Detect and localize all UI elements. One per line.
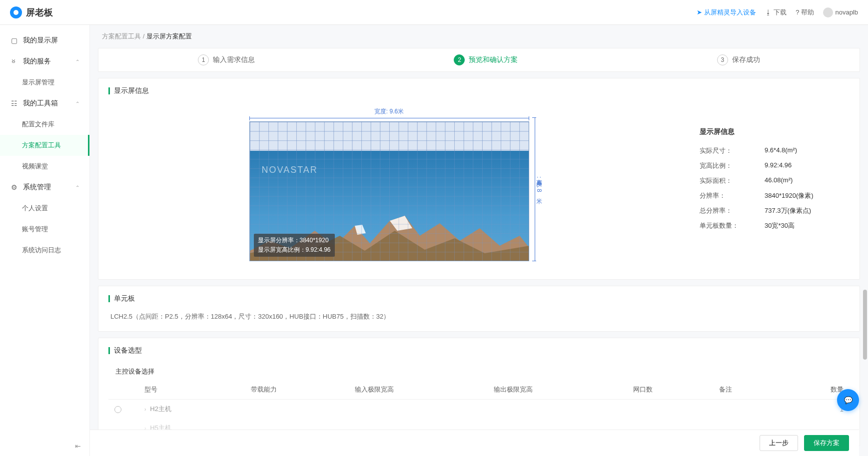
scroll-thumb[interactable] (863, 290, 867, 360)
prev-button[interactable]: 上一步 (760, 435, 798, 451)
col-capacity: 带载能力 (245, 380, 349, 400)
sidebar-label: 视频课堂 (22, 162, 48, 171)
meta-key: 总分辨率： (700, 206, 765, 215)
import-link[interactable]: ➤ 从屏精灵导入设备 (697, 8, 756, 17)
bird-icon: ➤ (697, 8, 702, 16)
screen-info-panel: 显示屏信息 宽度: 9.6米 NOV (98, 78, 860, 280)
panel-title-text: 设备选型 (114, 346, 142, 355)
user-icon: ఠ (10, 57, 18, 65)
sidebar-item-personal[interactable]: 个人设置 (0, 198, 89, 219)
sidebar-item-account[interactable]: 账号管理 (0, 219, 89, 240)
meta-val: 46.08(m²) (765, 176, 793, 185)
device-subtitle: 主控设备选择 (108, 362, 850, 380)
help-link[interactable]: ? 帮助 (796, 8, 814, 17)
panel-title: 单元板 (108, 294, 850, 303)
step-number: 3 (717, 54, 728, 65)
sidebar-label: 配置文件库 (22, 120, 54, 129)
radio-icon[interactable] (114, 406, 121, 413)
chevron-up-icon: ⌃ (75, 101, 79, 106)
header-actions: ➤ 从屏精灵导入设备 ⭳ 下载 ? 帮助 novaplb (697, 7, 858, 17)
sidebar-label: 显示屏管理 (22, 78, 54, 87)
panel-title-text: 显示屏信息 (114, 86, 149, 95)
chevron-up-icon: ⌃ (75, 185, 79, 190)
footer-bar: 上一步 保存方案 (90, 430, 859, 456)
step-label: 预览和确认方案 (469, 55, 518, 64)
monitor-icon: ▢ (10, 36, 18, 44)
meta-row: 实际面积：46.08(m²) (700, 173, 850, 188)
sidebar-item-schemetool[interactable]: 方案配置工具 (0, 135, 89, 156)
main-content: 方案配置工具 / 显示屏方案配置 1 输入需求信息 2 预览和确认方案 3 保存… (90, 25, 868, 456)
username: novaplb (835, 8, 858, 16)
meta-row: 分辨率：3840*1920(像素) (700, 188, 850, 203)
badge-key: 显示屏分辨率： (258, 237, 300, 244)
sidebar-item-toolbox[interactable]: ☷ 我的工具箱 ⌃ (0, 93, 89, 114)
meta-val: 30宽*30高 (765, 221, 795, 230)
user-menu[interactable]: novaplb (823, 7, 858, 17)
badge-val: 3840*1920 (300, 237, 329, 244)
download-label: 下载 (774, 8, 787, 17)
meta-key: 实际尺寸： (700, 146, 765, 155)
sidebar-label: 方案配置工具 (22, 141, 61, 150)
sidebar-item-videoclass[interactable]: 视频课堂 (0, 156, 89, 177)
meta-row: 宽高比例：9.92:4.96 (700, 158, 850, 173)
panel-title-text: 单元板 (114, 294, 135, 303)
meta-title: 显示屏信息 (700, 127, 850, 136)
collapse-sidebar-icon[interactable]: ⇤ (75, 442, 81, 450)
sidebar-label: 个人设置 (22, 204, 48, 213)
device-name: H2主机 (150, 405, 171, 413)
gear-icon: ⚙ (10, 183, 18, 191)
meta-key: 单元板数量： (700, 221, 765, 230)
col-radio (108, 380, 138, 400)
sidebar-item-configlib[interactable]: 配置文件库 (0, 114, 89, 135)
unit-board-panel: 单元板 LCH2.5（点间距：P2.5，分辨率：128x64，尺寸：320x16… (98, 286, 860, 332)
col-ports: 网口数 (627, 380, 713, 400)
meta-val: 737.3万(像素点) (765, 206, 811, 215)
screen-meta: 显示屏信息 实际尺寸：9.6*4.8(m²) 宽高比例：9.92:4.96 实际… (700, 102, 850, 271)
col-output: 输出极限宽高 (488, 380, 627, 400)
sidebar-label: 我的服务 (23, 57, 51, 66)
breadcrumb: 方案配置工具 / 显示屏方案配置 (90, 25, 868, 48)
download-link[interactable]: ⭳ 下载 (765, 8, 787, 17)
sidebar-label: 账号管理 (22, 225, 48, 234)
logo-text: 屏老板 (26, 6, 53, 18)
save-button[interactable]: 保存方案 (804, 435, 849, 451)
step-label: 输入需求信息 (213, 55, 255, 64)
table-row[interactable]: ›H2主机 1 (108, 400, 850, 419)
sidebar-item-screenmgmt[interactable]: 显示屏管理 (0, 72, 89, 93)
screen-preview: 宽度: 9.6米 NOVASTAR (108, 102, 670, 271)
meta-key: 实际面积： (700, 176, 765, 185)
help-label: 帮助 (801, 8, 814, 17)
meta-val: 3840*1920(像素) (765, 191, 814, 200)
sidebar-item-myscreen[interactable]: ▢ 我的显示屏 (0, 30, 89, 51)
logo-icon (10, 6, 22, 18)
app-header: 屏老板 ➤ 从屏精灵导入设备 ⭳ 下载 ? 帮助 novaplb (0, 0, 868, 25)
step-1: 1 输入需求信息 (198, 54, 255, 65)
help-icon: ? (796, 8, 799, 16)
sidebar-label: 我的显示屏 (23, 36, 58, 45)
sidebar-label: 系统访问日志 (22, 246, 61, 255)
step-number: 1 (198, 54, 209, 65)
width-label: 宽度: 9.6米 (249, 107, 529, 116)
width-ruler (249, 118, 529, 118)
sidebar-item-syslog[interactable]: 系统访问日志 (0, 240, 89, 261)
scrollbar[interactable] (863, 30, 867, 451)
chevron-right-icon[interactable]: › (144, 407, 146, 412)
meta-row: 单元板数量：30宽*30高 (700, 218, 850, 233)
sidebar-item-service[interactable]: ఠ 我的服务 ⌃ (0, 51, 89, 72)
breadcrumb-sep: / (143, 32, 145, 40)
sidebar-item-sysmgmt[interactable]: ⚙ 系统管理 ⌃ (0, 177, 89, 198)
meta-key: 分辨率： (700, 191, 765, 200)
chat-fab[interactable]: 💬 (837, 389, 859, 411)
steps-bar: 1 输入需求信息 2 预览和确认方案 3 保存成功 (98, 48, 860, 72)
chevron-up-icon: ⌃ (75, 59, 79, 64)
avatar-icon (823, 7, 833, 17)
col-model: 型号 (138, 380, 245, 400)
step-number: 2 (454, 54, 465, 65)
table-header-row: 型号 带载能力 输入极限宽高 输出极限宽高 网口数 备注 数量 (108, 380, 850, 400)
step-3: 3 保存成功 (717, 54, 760, 65)
import-link-label: 从屏精灵导入设备 (704, 8, 756, 17)
logo-area: 屏老板 (10, 6, 53, 18)
breadcrumb-parent[interactable]: 方案配置工具 (102, 32, 141, 40)
panel-title: 设备选型 (108, 346, 850, 355)
height-label: 高度: 4.8米 (535, 174, 543, 194)
